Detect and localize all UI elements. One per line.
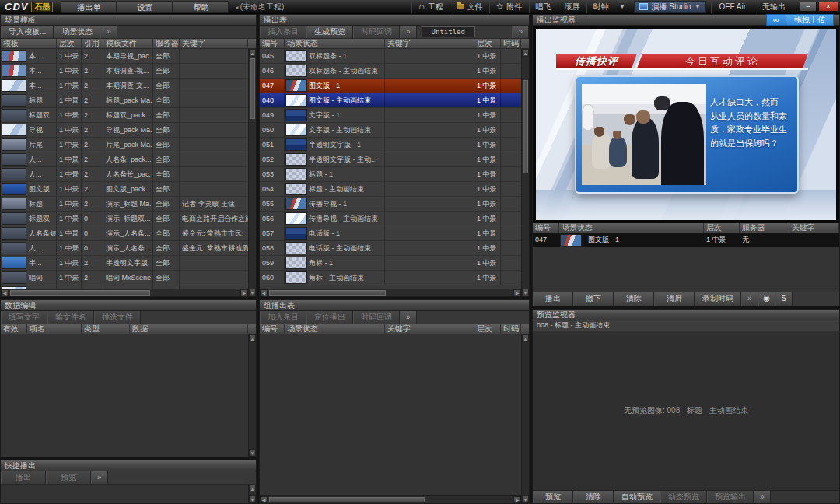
- more-tabs-icon[interactable]: »: [512, 26, 529, 38]
- template-row[interactable]: 人名条短 1 中景 0 演示_人名条... 全部 盛金元: 常熟市市民:: [1, 226, 248, 241]
- playlist-row[interactable]: 055 传播导视 - 1 1 中景: [260, 197, 521, 212]
- scroll-up-icon[interactable]: ▲: [249, 485, 256, 492]
- snapshot-icon[interactable]: ◉: [758, 292, 775, 306]
- menu-button[interactable]: 设置: [117, 1, 173, 13]
- scroll-down-icon[interactable]: ▼: [249, 449, 256, 457]
- scroll-thumb[interactable]: [10, 290, 150, 296]
- more-tools-icon[interactable]: »: [400, 26, 417, 38]
- playlist-row[interactable]: 056 传播导视 - 主动画结束 1 中景: [260, 212, 521, 226]
- more-tools-icon[interactable]: »: [741, 292, 758, 306]
- import-template-button[interactable]: 导入模板...: [1, 26, 54, 38]
- scroll-down-icon[interactable]: ▼: [249, 495, 256, 503]
- scroll-up-icon[interactable]: ▲: [249, 49, 256, 57]
- program-button[interactable]: 录制时码: [695, 292, 741, 306]
- col-keyword[interactable]: 关键字: [385, 39, 474, 48]
- titlebar-quick-button[interactable]: 附件: [489, 1, 529, 13]
- program-button[interactable]: 清屏: [654, 292, 695, 306]
- group-playlist-vscrollbar[interactable]: ▲ ▼: [521, 334, 529, 503]
- upload-button[interactable]: ∞ 拖拽上传: [766, 14, 834, 26]
- scroll-down-icon[interactable]: ▼: [249, 289, 256, 296]
- quick-play-button[interactable]: 预览: [46, 471, 91, 484]
- template-row[interactable]: 导视 1 中景 2 导视_pack Ma... 全部: [1, 123, 248, 138]
- preview-button[interactable]: 清除: [573, 491, 614, 503]
- quick-play-vscrollbar[interactable]: ▲ ▼: [248, 485, 256, 503]
- overlay-button[interactable]: 时钟: [586, 1, 615, 13]
- col-server[interactable]: 服务器: [153, 39, 180, 48]
- playlist-row[interactable]: 050 文字版 - 主动画结束 1 中景: [260, 123, 521, 138]
- playlist-row[interactable]: 051 半透明文字版 - 1 1 中景: [260, 138, 521, 152]
- template-row[interactable]: 标题 1 中景 2 演示_标题 Ma... 全部 记者 李灵敏 王猛.: [1, 197, 248, 212]
- scroll-thumb[interactable]: [250, 58, 255, 119]
- playlist-row[interactable]: 046 双标题条 - 主动画结束 1 中景: [260, 64, 521, 79]
- template-row[interactable]: 人... 1 中景 0 演示_人名条... 全部 盛金元: 常熟市耕地质量: [1, 241, 248, 256]
- timecode-button[interactable]: 时码回调: [353, 26, 400, 38]
- menu-button[interactable]: 帮助: [173, 1, 229, 13]
- scroll-left-icon[interactable]: ◀: [260, 289, 268, 296]
- col-type[interactable]: 类型: [82, 324, 130, 334]
- overlay-button[interactable]: 唱飞: [529, 1, 558, 13]
- col-template[interactable]: 模板: [1, 39, 57, 48]
- col-file[interactable]: 模板文件: [103, 39, 153, 48]
- scroll-up-icon[interactable]: ▲: [249, 334, 256, 342]
- template-hscrollbar[interactable]: ◀ ▶: [1, 289, 248, 296]
- scroll-down-icon[interactable]: ▼: [522, 289, 529, 296]
- col-layer[interactable]: 层次: [474, 324, 501, 334]
- overlay-dropdown-icon[interactable]: ▼: [615, 4, 630, 9]
- playlist-row[interactable]: 048 图文版 - 主动画结束 1 中景: [260, 93, 521, 108]
- quick-play-button[interactable]: 播出: [1, 471, 46, 484]
- playlist-row[interactable]: 045 双标题条 - 1 1 中景: [260, 49, 521, 64]
- scroll-left-icon[interactable]: ◀: [260, 496, 268, 503]
- group-playlist-button[interactable]: 定位播出: [306, 311, 353, 324]
- col-ref[interactable]: 引用: [82, 39, 103, 48]
- template-row[interactable]: 标题 1 中景 2 标题_pack Ma... 全部: [1, 93, 248, 108]
- scroll-left-icon[interactable]: ◀: [1, 289, 9, 296]
- template-row[interactable]: 人... 1 中景 2 人名条长_pac... 全部: [1, 167, 248, 182]
- scene-state-button[interactable]: 场景状态: [54, 26, 100, 38]
- onair-row[interactable]: 047 图文版 - 1 1 中景 无: [533, 233, 839, 247]
- playlist-row[interactable]: 053 标题 - 1 1 中景: [260, 167, 521, 182]
- tab-untitled[interactable]: Untitled: [422, 26, 475, 37]
- template-row[interactable]: 片尾 1 中景 2 片尾_pack Ma... 全部: [1, 138, 248, 152]
- template-row[interactable]: 半... 1 中景 2 半透明文字版. 全部: [1, 256, 248, 271]
- playlist-row[interactable]: 060 角标 - 主动画结束 1 中景: [260, 271, 521, 285]
- generate-preview-button[interactable]: 生成预览: [306, 26, 353, 38]
- template-vscrollbar[interactable]: ▲ ▼: [248, 49, 256, 296]
- template-row[interactable]: 本... 1 中景 2 本期导视_pac... 全部: [1, 49, 248, 64]
- col-keyword[interactable]: 关键字: [385, 324, 474, 334]
- scroll-down-icon[interactable]: ▼: [522, 495, 529, 503]
- template-row[interactable]: 唱词 1 中景 2 唱词 MxScene 全部: [1, 271, 248, 285]
- col-scene-state[interactable]: 场景状态: [285, 39, 385, 48]
- scroll-up-icon[interactable]: ▲: [522, 334, 529, 342]
- col-data[interactable]: 数据: [130, 324, 248, 334]
- playlist-row[interactable]: 058 电话版 - 主动画结束 1 中景: [260, 241, 521, 256]
- preview-button[interactable]: 预览: [533, 491, 573, 503]
- data-edit-vscrollbar[interactable]: ▲ ▼: [248, 334, 256, 457]
- col-layer[interactable]: 层次: [474, 39, 501, 48]
- template-row[interactable]: 图文版 1 中景 2 图文版_pack... 全部: [1, 182, 248, 197]
- col-layer[interactable]: 层次: [57, 39, 82, 48]
- col-number[interactable]: 编号: [533, 223, 559, 233]
- preview-button[interactable]: 自动预览: [614, 491, 660, 503]
- scroll-right-icon[interactable]: ▶: [513, 496, 521, 503]
- template-row[interactable]: 标题双 1 中景 0 演示_标题双... 全部 电商之路开启合作之旅:: [1, 212, 248, 226]
- template-row[interactable]: 本... 1 中景 2 本期调查-文... 全部: [1, 79, 248, 93]
- studio-select-button[interactable]: 演播 Studio ▼: [634, 1, 705, 13]
- menu-button[interactable]: 播出单: [61, 1, 117, 13]
- overlay-button[interactable]: 滚屏: [558, 1, 586, 13]
- col-keyword[interactable]: 关键字: [180, 39, 248, 48]
- scroll-thumb[interactable]: [523, 80, 528, 173]
- scroll-thumb[interactable]: [269, 290, 386, 296]
- titlebar-quick-button[interactable]: 文件: [450, 1, 489, 13]
- scroll-right-icon[interactable]: ▶: [513, 289, 521, 296]
- data-edit-button[interactable]: 输文件名: [47, 311, 94, 324]
- group-playlist-button[interactable]: 时码回调: [353, 311, 400, 324]
- col-number[interactable]: 编号: [260, 324, 285, 334]
- template-row[interactable]: 人... 1 中景 2 人名条_pack... 全部: [1, 152, 248, 167]
- preview-button[interactable]: 预览输出: [707, 491, 754, 503]
- s-mode-button[interactable]: S: [775, 292, 793, 306]
- program-button[interactable]: 播出: [533, 292, 573, 306]
- playlist-hscrollbar[interactable]: ◀ ▶: [260, 289, 521, 296]
- data-edit-button[interactable]: 挑选文件: [94, 311, 141, 324]
- col-server[interactable]: 服务器: [740, 223, 789, 233]
- playlist-row[interactable]: 054 标题 - 主动画结束 1 中景: [260, 182, 521, 197]
